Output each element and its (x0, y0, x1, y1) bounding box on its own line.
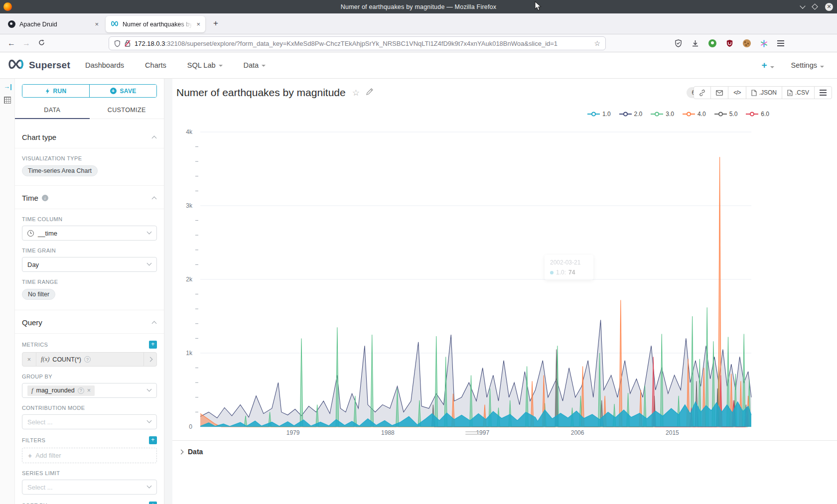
data-section-toggle[interactable]: Data (179, 448, 837, 456)
section-query[interactable]: Query (15, 310, 164, 334)
screen: Numer of earthquakes by magnitude — Mozi… (0, 0, 837, 504)
add-metric-button[interactable]: + (149, 341, 157, 349)
new-tab-button[interactable]: + (213, 18, 218, 28)
panel-tabs: DATA CUSTOMIZE (15, 102, 164, 119)
remove-chip-icon[interactable]: × (87, 387, 91, 394)
time-column-select[interactable]: __time (22, 226, 157, 241)
new-chart-button[interactable]: + (761, 60, 774, 71)
time-range-control[interactable]: No filter (22, 289, 157, 300)
series-limit-select[interactable]: Select ... (22, 480, 157, 495)
dataset-grid-icon[interactable] (4, 97, 11, 104)
time-grain-label: TIME GRAIN (22, 248, 157, 253)
section-chart-type[interactable]: Chart type (15, 125, 164, 148)
copy-link-button[interactable] (694, 87, 711, 99)
expand-metric-icon[interactable] (143, 353, 156, 366)
svg-text:2015: 2015 (666, 429, 679, 436)
extension-asterisk-icon[interactable] (760, 40, 768, 47)
browser-menu-icon[interactable] (777, 40, 784, 46)
window-close-icon[interactable]: ✕ (825, 3, 833, 11)
add-filter-button[interactable]: + Add filter (22, 448, 157, 463)
svg-text:3k: 3k (186, 202, 193, 209)
svg-text:2006: 2006 (571, 429, 584, 436)
panel-gutter (164, 79, 172, 504)
series-color-dot (550, 271, 554, 274)
legend-item-4.0[interactable]: 4.0 (683, 111, 706, 118)
save-button[interactable]: + SAVE (89, 85, 156, 97)
legend-item-6.0[interactable]: 6.0 (746, 111, 769, 118)
chart-tooltip: 2002-03-21 1.0: 74 (545, 255, 593, 280)
insecure-lock-icon[interactable] (125, 40, 131, 47)
legend-item-2.0[interactable]: 2.0 (619, 111, 643, 118)
group-by-chip[interactable]: f mag_rounded ? × (27, 385, 95, 396)
settings-menu[interactable]: Settings (791, 61, 824, 69)
contribution-mode-select[interactable]: Select ... (22, 414, 157, 429)
legend-marker-icon (746, 111, 758, 117)
bookmark-star-icon[interactable]: ☆ (594, 39, 600, 47)
collapse-icon[interactable] (152, 136, 157, 141)
edit-title-icon[interactable] (366, 88, 373, 97)
time-grain-select[interactable]: Day (22, 257, 157, 272)
superset-logo[interactable] (7, 58, 25, 72)
svg-text:0: 0 (189, 423, 192, 430)
expand-dataset-panel-icon[interactable]: →| (3, 83, 12, 90)
add-filter-plus-button[interactable]: + (149, 436, 157, 444)
svg-text:1988: 1988 (381, 429, 395, 436)
collapse-icon[interactable] (152, 321, 157, 326)
help-icon: ? (84, 356, 91, 363)
browser-tab-bar: Apache Druid × Numer of earthquakes by ×… (0, 13, 837, 34)
info-icon: i (42, 195, 48, 201)
email-button[interactable] (711, 87, 728, 99)
viz-type-control[interactable]: Time-series Area Chart (22, 165, 157, 176)
legend-item-5.0[interactable]: 5.0 (714, 111, 738, 118)
tab-apache-druid[interactable]: Apache Druid × (3, 16, 104, 32)
brand-name[interactable]: Superset (29, 60, 70, 71)
cookie-icon[interactable] (743, 39, 751, 47)
nav-item-dashboards[interactable]: Dashboards (85, 61, 124, 69)
run-button[interactable]: RUN (22, 85, 89, 97)
tab-close-icon[interactable]: × (95, 20, 99, 28)
resize-handle[interactable] (465, 431, 480, 436)
tab-close-icon[interactable]: × (196, 20, 200, 28)
tab-earthquakes-chart[interactable]: Numer of earthquakes by × (106, 16, 205, 32)
save-plus-icon: + (110, 88, 117, 94)
superset-favicon (111, 21, 119, 28)
forward-button[interactable]: → (19, 39, 34, 48)
legend-item-3.0[interactable]: 3.0 (651, 111, 674, 118)
tab-data[interactable]: DATA (15, 102, 90, 119)
reload-button[interactable] (34, 39, 49, 48)
chart-menu-button[interactable] (815, 87, 832, 99)
downloads-icon[interactable] (692, 40, 699, 47)
nav-item-charts[interactable]: Charts (145, 61, 166, 69)
ublock-icon[interactable] (726, 39, 733, 47)
add-sort-button[interactable]: + (149, 502, 157, 504)
url-path: :32108/superset/explore/?form_data_key=K… (165, 40, 590, 47)
chevron-down-icon (147, 230, 152, 235)
legend-item-1.0[interactable]: 1.0 (587, 111, 611, 118)
favorite-star-icon[interactable]: ☆ (352, 88, 360, 98)
nav-item-data[interactable]: Data (244, 61, 266, 69)
collapse-icon[interactable] (152, 197, 157, 202)
remove-metric-icon[interactable]: × (22, 353, 36, 366)
export-json-button[interactable]: .JSON (746, 87, 782, 99)
chevron-right-icon (179, 449, 184, 454)
section-time[interactable]: Timei (15, 185, 164, 209)
left-rail: →| (0, 79, 15, 504)
tracking-shield-icon[interactable] (114, 40, 121, 47)
tab-customize[interactable]: CUSTOMIZE (90, 102, 164, 119)
back-button[interactable]: ← (4, 39, 19, 48)
embed-code-button[interactable]: </> (728, 87, 746, 99)
window-titlebar: Numer of earthquakes by magnitude — Mozi… (0, 0, 837, 13)
window-maximize-icon[interactable] (812, 3, 818, 10)
window-minimize-icon[interactable] (800, 3, 805, 8)
metric-chip[interactable]: × f(x)COUNT(*)? (22, 352, 157, 367)
chevron-down-icon (147, 484, 152, 489)
legend-marker-icon (651, 111, 663, 117)
url-bar[interactable]: 172.18.0.3 :32108/superset/explore/?form… (109, 36, 606, 50)
privacy-badger-icon[interactable] (708, 39, 716, 47)
group-by-select[interactable]: f mag_rounded ? × (22, 383, 157, 398)
tooltip-date: 2002-03-21 (550, 259, 588, 266)
pocket-shield-icon[interactable] (675, 39, 682, 47)
nav-item-sql-lab[interactable]: SQL Lab (187, 61, 223, 69)
browser-toolbar: ← → 172.18.0.3 :32108/superset/explore/?… (0, 34, 837, 52)
export-csv-button[interactable]: .CSV (782, 87, 815, 99)
